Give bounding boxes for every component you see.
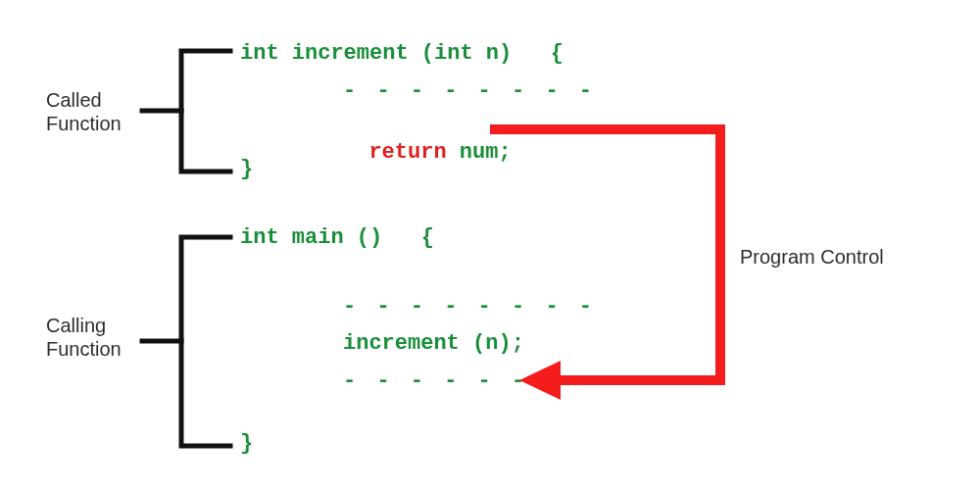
calling-fn-signature: int main () { bbox=[240, 225, 434, 250]
called-fn-body-dashes: - - - - - - - - bbox=[343, 78, 596, 103]
called-fn-return: return num; bbox=[343, 116, 512, 165]
called-fn-close-brace: } bbox=[240, 157, 253, 181]
return-keyword: return bbox=[368, 140, 446, 165]
program-control-arrow-icon bbox=[490, 129, 720, 400]
called-fn-signature: int increment (int n) { bbox=[240, 41, 564, 66]
called-function-label: Called Function bbox=[46, 88, 122, 135]
calling-fn-call-line: increment (n); bbox=[343, 331, 524, 356]
calling-fn-body-dashes-1: - - - - - - - - bbox=[343, 294, 596, 318]
calling-fn-body-dashes-2: - - - - - - - - bbox=[343, 368, 596, 393]
program-control-label: Program Control bbox=[740, 245, 884, 269]
calling-function-label: Calling Function bbox=[46, 314, 122, 361]
called-bracket-icon bbox=[142, 51, 230, 172]
calling-fn-close-brace: } bbox=[240, 431, 253, 456]
calling-bracket-icon bbox=[142, 237, 230, 446]
return-expr: num; bbox=[447, 140, 512, 165]
